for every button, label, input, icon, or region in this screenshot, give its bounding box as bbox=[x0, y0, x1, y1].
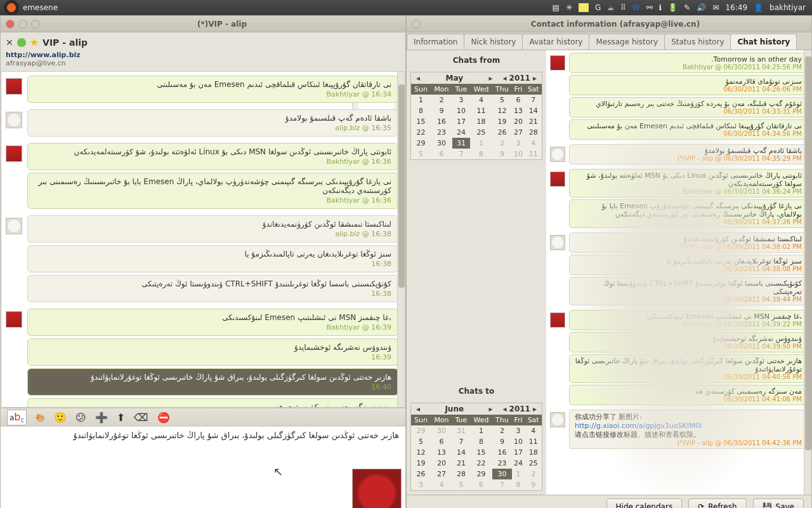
message-bubble[interactable]: سىز ئوڭغا توغرىلايدىغان يەرنى تاپالمىدىڭ… bbox=[27, 245, 398, 272]
username[interactable]: bakhtiyar bbox=[769, 3, 806, 12]
cal-day[interactable]: 6 bbox=[512, 95, 525, 105]
cal-day[interactable]: 26 bbox=[411, 469, 431, 479]
cal-day[interactable]: 12 bbox=[492, 105, 511, 116]
history-bubble[interactable]: لىناكىستا نىمىشقا ئوڭدىن كۆرۈنمەيدىغاندۇ… bbox=[569, 232, 808, 253]
cal-day[interactable]: 29 bbox=[470, 469, 492, 479]
favorite-star-icon[interactable]: ★ bbox=[30, 36, 39, 48]
message-bubble[interactable]: باشقا ئادەم گەپ قىلسىمۇ بولامدۇalip.biz … bbox=[27, 109, 398, 137]
emoticon-sad-icon[interactable]: 😕 bbox=[75, 411, 86, 424]
cal-day[interactable]: 11 bbox=[525, 149, 542, 159]
cal-next-year-icon[interactable]: ▸ bbox=[530, 74, 539, 83]
history-bubble[interactable]: ،غا چىقمىز MSN نى ئىشلىتىپ Emesen لىنۇكس… bbox=[569, 310, 808, 330]
cal-day[interactable]: 18 bbox=[525, 447, 542, 458]
message-bubble[interactable]: ھازىر خەتنى ئوڭدىن سولغا كىرگۈزگىلى بولى… bbox=[27, 368, 398, 396]
word-icon[interactable]: W bbox=[632, 3, 640, 12]
cal-day[interactable]: 18 bbox=[470, 116, 492, 127]
history-bubble[interactable]: Tomorrow is an other day.Bakhtiyar @ 06/… bbox=[569, 53, 808, 73]
cal-day[interactable]: 9 bbox=[492, 149, 511, 159]
history-bubble[interactable]: نى تارقاتقان گۇرۇپپىغا ئىنكاس قىلماقچى ئ… bbox=[569, 119, 808, 140]
cal-day[interactable]: 5 bbox=[452, 479, 470, 490]
message-bubble[interactable]: كۇنۇپكىسىنى باسسا ئوڭغا توغرىلىنىدۇ CTRL… bbox=[27, 275, 398, 302]
hide-calendars-button[interactable]: Hide calendars bbox=[606, 498, 683, 509]
cal-day[interactable]: 23 bbox=[431, 127, 452, 138]
tab-message-history[interactable]: Message history bbox=[589, 34, 665, 50]
cal-day[interactable]: 10 bbox=[512, 436, 525, 447]
history-bubble[interactable]: باشقا ئادەم گەپ قىلسىمۇ بولامدۇ(*)VIP - … bbox=[569, 144, 808, 164]
cal-day[interactable]: 14 bbox=[525, 105, 542, 116]
cal-day[interactable]: 1 bbox=[470, 425, 492, 436]
cal-day[interactable]: 22 bbox=[411, 127, 431, 138]
cal-day[interactable]: 16 bbox=[431, 116, 452, 127]
message-bubble[interactable]: ئابونتى پاراڭ خاتىرىسىنى ئوڭدىن سولغا MS… bbox=[27, 143, 398, 170]
emoticon-smile-icon[interactable]: 🙂 bbox=[54, 411, 67, 424]
message-bubble[interactable]: ۋىندوۋس نەشرىگە ئوخشىمايدۇ16:39 bbox=[27, 338, 398, 366]
cal-prev-year-icon[interactable]: ◂ bbox=[501, 74, 509, 83]
tab-avatar-history[interactable]: Avatar history bbox=[522, 34, 589, 50]
info-icon[interactable]: ℹ bbox=[659, 3, 662, 12]
block-button[interactable]: ⛔ bbox=[157, 411, 170, 424]
notes-icon[interactable]: 🗒 bbox=[579, 3, 589, 12]
cal-day[interactable]: 8 bbox=[512, 479, 525, 490]
save-button[interactable]: 💾Save bbox=[753, 498, 804, 509]
chat-window-titlebar[interactable]: (*)VIP - alip bbox=[1, 16, 405, 32]
history-link[interactable]: http://g.xiaoi.com/a/gpjgv3uo5KfM0i bbox=[575, 422, 702, 430]
cal-day[interactable]: 6 bbox=[431, 149, 452, 159]
cal-day[interactable]: 22 bbox=[470, 458, 492, 469]
window-close-button[interactable] bbox=[6, 20, 15, 29]
chat-scrollbar[interactable] bbox=[397, 72, 405, 407]
cal-day[interactable]: 6 bbox=[470, 479, 492, 490]
cal-day[interactable]: 31 bbox=[452, 425, 470, 436]
chat-history-area[interactable]: Tomorrow is an other day.Bakhtiyar @ 06/… bbox=[546, 50, 811, 495]
cal-day[interactable]: 8 bbox=[411, 105, 431, 116]
cal-day[interactable]: 27 bbox=[431, 469, 452, 479]
cal-day[interactable]: 14 bbox=[452, 447, 470, 458]
cal-day[interactable]: 5 bbox=[492, 95, 511, 105]
window-minimize-button[interactable] bbox=[18, 20, 27, 29]
cal-day[interactable]: 13 bbox=[512, 105, 525, 116]
message-bubble[interactable]: لىناكىستا نىمىشقا ئوڭدىن كۆرۈنمەيدىغاندۇ… bbox=[27, 215, 398, 243]
cal-day[interactable]: 5 bbox=[411, 436, 431, 447]
cal-day[interactable]: 1 bbox=[411, 95, 431, 105]
cal-day[interactable]: 9 bbox=[492, 436, 511, 447]
cal-day[interactable]: 29 bbox=[411, 138, 431, 149]
cal-day[interactable]: 12 bbox=[411, 447, 431, 458]
cal-day[interactable]: 15 bbox=[411, 116, 431, 127]
chat-message-area[interactable]: نى تارقاتقان گۇرۇپپىغا ئىنكاس قىلماقچى ئ… bbox=[2, 71, 405, 408]
cal-day[interactable]: 3 bbox=[452, 95, 470, 105]
tab-chat-history[interactable]: Chat history bbox=[730, 34, 797, 50]
cal-next-month-icon[interactable]: ▸ bbox=[487, 404, 495, 413]
history-bubble[interactable]: ھازىر خەتنى ئوڭدىن سولغا كىرگۈزگىلى بولى… bbox=[569, 354, 808, 383]
pen-icon[interactable]: ✎ bbox=[684, 3, 690, 12]
cal-day[interactable]: 4 bbox=[470, 95, 492, 105]
grid-icon[interactable]: G bbox=[595, 3, 601, 12]
cal-day[interactable]: 13 bbox=[431, 447, 452, 458]
history-bubble[interactable]: نى يازغا گۇرۇپپىدىكى بىرسىگە گىپىمنى چۈش… bbox=[569, 199, 808, 228]
ubuntu-logo-icon[interactable] bbox=[4, 0, 19, 15]
message-bubble[interactable]: مەن سىزگە رەسىمىنى كۆرسىتەي ھە16:41 bbox=[27, 398, 398, 408]
cal-day[interactable]: 30 bbox=[492, 469, 511, 479]
history-bubble[interactable]: سىز ئوڭغا توغرىلايدىغان يەرنى تاپالمىدىڭ… bbox=[569, 255, 808, 275]
message-input[interactable]: ھازىر خەتنى ئوڭدىن سولغا كىرگۈزگىلى بولى… bbox=[1, 427, 405, 508]
cal-day[interactable]: 8 bbox=[470, 436, 492, 447]
cal-day[interactable]: 7 bbox=[452, 149, 470, 159]
cal-day[interactable]: 27 bbox=[512, 127, 525, 138]
cal-prev-month-icon[interactable]: ◂ bbox=[414, 74, 422, 83]
cal-day[interactable]: 5 bbox=[411, 149, 431, 159]
cal-day[interactable]: 2 bbox=[525, 469, 542, 479]
cal-day[interactable]: 1 bbox=[470, 138, 492, 149]
cal-prev-year-icon[interactable]: ◂ bbox=[501, 404, 509, 413]
cal-day[interactable]: 29 bbox=[411, 425, 431, 436]
cal-day[interactable]: 2 bbox=[492, 138, 511, 149]
contact-website[interactable]: http://www.alip.biz bbox=[6, 51, 81, 59]
history-bubble[interactable]: كۇنۇپكىسىنى باسسا ئوڭغا توغرىلىنىدۇ CTRL… bbox=[569, 277, 808, 305]
cal-day[interactable]: 19 bbox=[411, 458, 431, 469]
add-button[interactable]: ➕ bbox=[95, 411, 108, 424]
cal-day[interactable]: 17 bbox=[512, 447, 525, 458]
cal-day[interactable]: 20 bbox=[431, 458, 452, 469]
tab-information[interactable]: Information bbox=[407, 34, 464, 50]
cal-day[interactable]: 24 bbox=[512, 458, 525, 469]
cal-day[interactable]: 25 bbox=[525, 458, 542, 469]
cal-day[interactable]: 11 bbox=[470, 105, 492, 116]
history-bubble[interactable]: ۋىندوۋس نەشرىگە ئوخشىمايدۇ06/30/2011 04:… bbox=[569, 332, 808, 352]
cal-day[interactable]: 30 bbox=[431, 425, 452, 436]
